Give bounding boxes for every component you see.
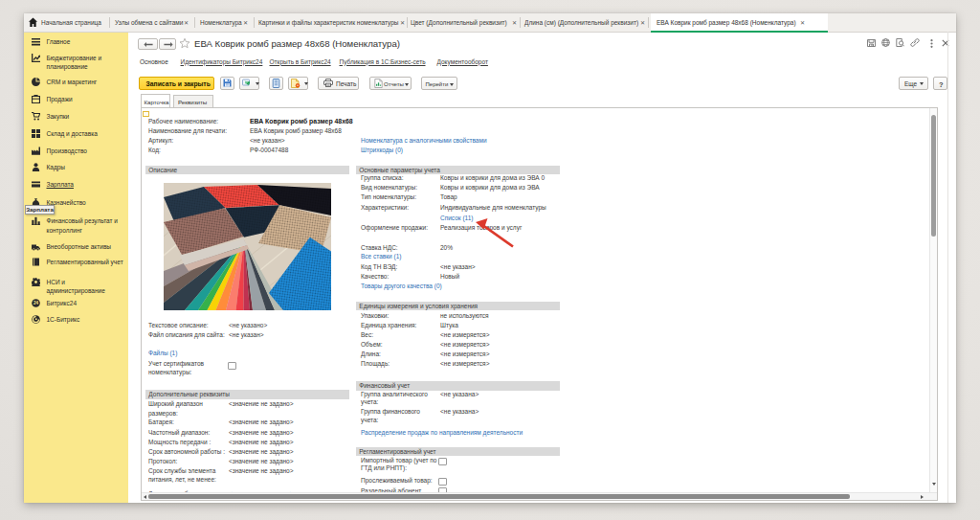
svg-text:24: 24 xyxy=(33,301,38,305)
